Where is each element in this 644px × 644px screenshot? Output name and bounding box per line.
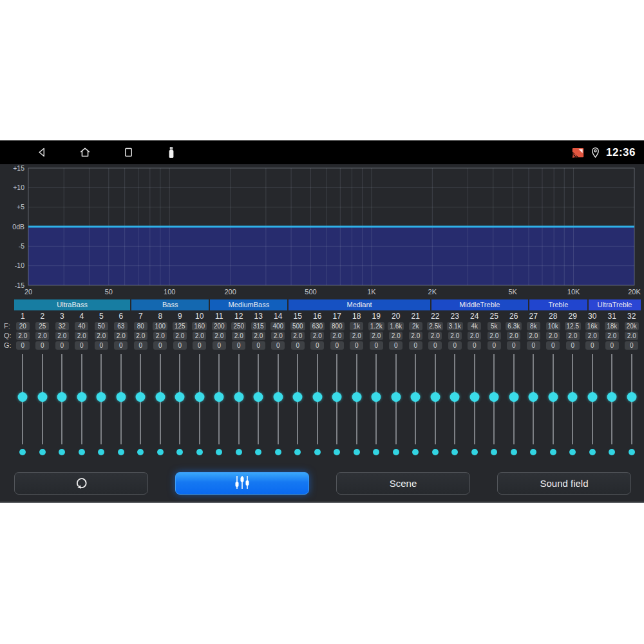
slider-thumb[interactable] (234, 392, 243, 402)
home-icon[interactable] (79, 146, 91, 159)
slider-thumb[interactable] (194, 392, 204, 402)
band-number: 10 (190, 312, 210, 321)
band-slider (484, 354, 504, 457)
slider-thumb[interactable] (18, 392, 28, 402)
band-q-value: 2.0 (114, 332, 128, 340)
band-slider (229, 354, 249, 457)
slider-thumb[interactable] (97, 392, 106, 402)
slider-thumb[interactable] (293, 392, 303, 402)
slider-thumb[interactable] (529, 392, 538, 402)
band-dot[interactable] (157, 449, 164, 455)
band-gain-value-cell: 0 (602, 341, 622, 350)
sound-field-button[interactable]: Sound field (497, 472, 631, 495)
slider-thumb[interactable] (450, 392, 460, 402)
slider-thumb[interactable] (352, 392, 361, 402)
band-dot[interactable] (137, 449, 144, 455)
band-dot[interactable] (609, 449, 615, 455)
band-dot[interactable] (59, 449, 65, 455)
band-category-ultrabass[interactable]: UltraBass (14, 299, 130, 310)
band-dot[interactable] (314, 449, 321, 455)
slider-thumb[interactable] (548, 392, 558, 402)
band-q-value-cell: 2.0 (33, 331, 53, 340)
band-category-middletreble[interactable]: MiddleTreble (431, 299, 528, 310)
band-dot[interactable] (196, 449, 203, 455)
slider-thumb[interactable] (273, 392, 283, 402)
back-icon[interactable] (35, 146, 48, 159)
band-dot[interactable] (118, 449, 124, 455)
band-dot[interactable] (176, 449, 183, 455)
band-dot[interactable] (569, 449, 576, 455)
band-dot[interactable] (216, 449, 222, 455)
slider-thumb[interactable] (509, 392, 518, 402)
band-gain-value-cell: 0 (622, 341, 642, 350)
slider-thumb[interactable] (214, 392, 224, 402)
slider-thumb[interactable] (155, 392, 165, 402)
slider-thumb[interactable] (332, 392, 342, 402)
band-dot[interactable] (629, 449, 635, 455)
slider-thumb[interactable] (372, 392, 381, 402)
slider-thumb[interactable] (77, 392, 86, 402)
band-q-value: 2.0 (232, 332, 245, 340)
band-dot[interactable] (451, 449, 458, 455)
band-category-mediumbass[interactable]: MediumBass (210, 299, 287, 310)
slider-thumb[interactable] (607, 392, 617, 402)
band-frequency-value: 4k (468, 322, 481, 330)
band-dot[interactable] (373, 449, 379, 455)
slider-thumb[interactable] (37, 392, 47, 402)
scene-button[interactable]: Scene (336, 472, 470, 495)
slider-thumb[interactable] (489, 392, 499, 402)
reset-button[interactable] (14, 472, 148, 495)
band-dot[interactable] (354, 449, 360, 455)
band-dot[interactable] (550, 449, 556, 455)
band-q-value-cell: 2.0 (131, 331, 151, 340)
band-dot[interactable] (294, 449, 301, 455)
band-gain-value: 0 (585, 341, 599, 350)
equalizer-button[interactable] (175, 472, 309, 495)
slider-thumb[interactable] (57, 392, 67, 402)
band-dot[interactable] (275, 449, 281, 455)
band-category-ultratreble[interactable]: UltraTreble (589, 299, 641, 310)
slider-thumb[interactable] (411, 392, 421, 402)
slider-thumb[interactable] (136, 392, 146, 402)
band-q-value: 2.0 (95, 332, 108, 340)
slider-thumb[interactable] (469, 392, 479, 402)
slider-thumb[interactable] (430, 392, 440, 402)
band-dot[interactable] (236, 449, 242, 455)
band-dot[interactable] (432, 449, 439, 455)
band-dot[interactable] (79, 449, 85, 455)
band-dot[interactable] (334, 449, 340, 455)
band-category-bass[interactable]: Bass (131, 299, 209, 310)
band-gain-value: 0 (468, 341, 481, 350)
band-slider (131, 354, 151, 457)
slider-thumb[interactable] (568, 392, 578, 402)
band-dot[interactable] (471, 449, 478, 455)
recents-icon[interactable] (122, 146, 135, 159)
band-dot[interactable] (393, 449, 399, 455)
band-dot[interactable] (491, 449, 497, 455)
band-dot[interactable] (511, 449, 517, 455)
slider-thumb[interactable] (312, 392, 322, 402)
band-dot[interactable] (98, 449, 104, 455)
slider-thumb[interactable] (116, 392, 126, 402)
slider-thumb[interactable] (254, 392, 263, 402)
usb-icon[interactable] (165, 146, 178, 159)
slider-thumb[interactable] (391, 392, 401, 402)
band-dot[interactable] (589, 449, 596, 455)
slider-thumb[interactable] (587, 392, 597, 402)
eq-fill-area (28, 227, 634, 285)
band-dot[interactable] (255, 449, 261, 455)
band-slider (445, 354, 465, 457)
band-category-mediant[interactable]: Mediant (289, 299, 430, 310)
band-q-value-cell: 2.0 (445, 331, 465, 340)
band-gain-value-cell: 0 (190, 341, 210, 350)
band-dot[interactable] (19, 449, 26, 455)
slider-thumb[interactable] (175, 392, 185, 402)
band-dot[interactable] (412, 449, 419, 455)
band-q-value-cell: 2.0 (622, 331, 642, 340)
band-gain-value: 0 (507, 341, 520, 350)
band-dot[interactable] (39, 449, 46, 455)
slider-thumb[interactable] (627, 392, 636, 402)
band-dot[interactable] (530, 449, 536, 455)
band-q-value-cell: 2.0 (602, 331, 622, 340)
band-category-treble[interactable]: Treble (529, 299, 587, 310)
